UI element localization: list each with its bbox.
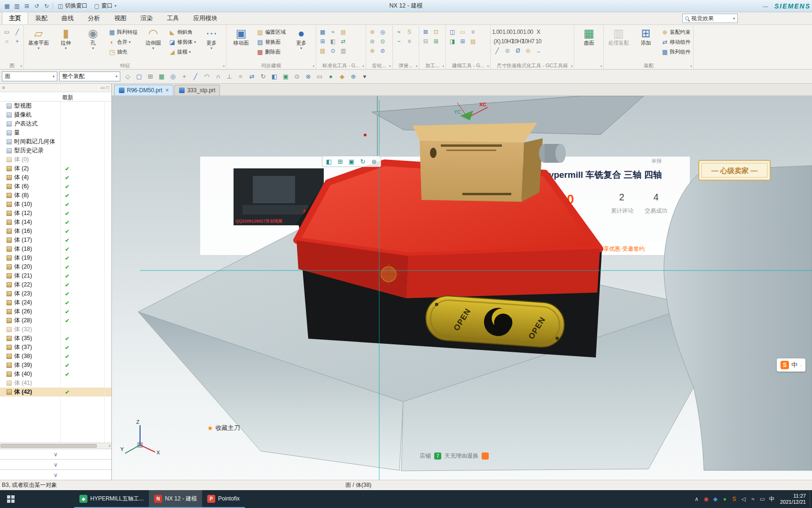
selection-tool-icon[interactable]: ⊗ [303,71,314,82]
ad-report-link[interactable]: 举报 [651,158,662,164]
ribbon-button[interactable]: ~ ▾ [394,37,404,46]
selection-tool-icon[interactable]: ⊙ [291,71,303,82]
ribbon-button[interactable]: ≈ ▾ [328,27,338,36]
navigator-column-header[interactable]: 最新 [0,92,111,102]
tray-icon[interactable]: S [730,493,739,505]
ribbon-button[interactable]: ▥ 处理装配 ▾ [605,26,632,47]
ribbon-button[interactable]: ▱ 基准平面 ▾ [25,26,52,50]
tray-icon[interactable]: ● [720,493,729,505]
ribbon-button[interactable]: ◣ 倒斜角 ▾ [167,27,197,37]
navigator-row[interactable]: 体 (32) ✔ [0,325,111,334]
ribbon-button[interactable]: ⊙ ▾ [378,37,388,46]
details-section-collapsed[interactable]: ∨ [0,459,111,469]
navigator-row[interactable]: 体 (38) ✔ [0,352,111,361]
check-icon[interactable]: ✔ [65,237,70,244]
selection-tool-icon[interactable]: ▾ [359,71,370,82]
navigator-row[interactable]: 体 (2) ✔ [0,164,111,173]
check-icon[interactable]: ✔ [65,282,70,288]
check-icon[interactable]: ✔ [65,264,70,270]
selection-tool-icon[interactable]: ◎ [167,71,179,82]
quick-access-icon[interactable]: ▦ [2,2,12,10]
quick-access-icon[interactable]: ▥ [12,2,22,10]
navigator-row[interactable]: 体 (23) ✔ [0,289,111,298]
selection-tool-icon[interactable]: ◇ [122,71,133,82]
selection-tool-icon[interactable]: ↻ [258,71,269,82]
ribbon-button[interactable]: ◎ ▾ [378,27,388,36]
navigator-row[interactable]: 体 (19) ✔ [0,254,111,262]
navigator-row[interactable]: 体 (24) ✔ [0,298,111,307]
ribbon-button[interactable]: 10H7 ▾ [513,37,523,46]
group-launcher-icon[interactable]: ▾ [601,64,602,68]
tray-icon[interactable]: ≈ [749,493,757,505]
navigator-row[interactable]: 体 (12) ✔ [0,209,111,218]
ribbon-button[interactable]: ⊟ ▾ [421,37,430,46]
navigator-row[interactable]: 体 (26) ✔ [0,307,111,316]
check-icon[interactable]: ✔ [65,291,70,297]
ribbon-button[interactable]: ▭ ▾ [2,27,12,36]
tan-part-top-face[interactable] [413,123,537,143]
ribbon-tab[interactable]: 分析 [81,12,107,24]
ribbon-button[interactable]: ⊞ ▾ [318,37,328,46]
check-icon[interactable]: ✔ [65,201,70,208]
navigator-row[interactable]: 体 (22) ✔ [0,280,111,289]
ribbon-button[interactable]: ◪ 修剪体 ▾ [167,37,197,47]
quick-access-icon[interactable]: ↺ [32,2,41,10]
navigator-row[interactable]: 体 (28) ✔ [0,316,111,325]
ribbon-tab[interactable]: 主页 [2,12,28,24]
navigator-row[interactable]: 量 ✔ [0,128,111,137]
ribbon-button[interactable]: ⊡ ▾ [431,27,441,36]
quick-access-icon[interactable]: ↻ [42,2,51,10]
viewport-canvas[interactable]: QQ2208129927原创视频 Ma 轴 hypermill 车铣复合 三轴 … [112,96,812,480]
favorite-row[interactable]: ★ 收藏主刀 [207,424,240,432]
group-launcher-icon[interactable]: ▾ [487,64,489,68]
ribbon-button[interactable]: ▦ 曲面 ▾ [576,26,602,47]
ribbon-tab[interactable]: 视图 [107,12,133,24]
ribbon-button[interactable]: ▭ ▾ [458,27,468,36]
check-icon[interactable]: ✔ [65,192,70,199]
ribbon-button[interactable]: ◠ 边倒圆 ▾ [140,26,166,50]
quick-access-icon[interactable]: ⊞ [22,2,31,10]
ribbon-button[interactable]: ⊘ ▾ [502,46,512,55]
check-icon[interactable]: ✔ [65,246,70,253]
ribbon-button[interactable]: ▨ 替换面 ▾ [255,37,287,47]
selection-tool-icon[interactable]: ╱ [190,71,201,82]
command-finder[interactable]: ▾ [682,14,738,23]
group-launcher-icon[interactable]: ▾ [690,64,692,68]
check-icon[interactable]: ✔ [65,353,70,360]
group-launcher-icon[interactable]: ▾ [223,64,225,68]
start-button[interactable] [0,490,22,508]
navigator-row[interactable]: 体 (14) ✔ [0,218,111,227]
view-tool-icon[interactable]: ◧ [324,157,334,166]
selection-tool-icon[interactable]: ● [325,71,336,82]
check-icon[interactable]: ✔ [65,335,70,342]
ribbon-button[interactable]: (X) ▾ [492,37,502,46]
navigator-row[interactable]: 体 (17) ✔ [0,236,111,245]
ribbon-tab[interactable]: 工具 [160,12,186,24]
close-icon[interactable]: × [165,87,169,94]
check-icon[interactable]: ✔ [65,210,70,217]
selection-tool-icon[interactable]: ⊥ [224,71,235,82]
ribbon-button[interactable]: 1.00 ▾ [523,27,533,36]
selection-tool-icon[interactable]: ▦ [156,71,167,82]
ribbon-button[interactable]: ▤ ▾ [468,37,478,46]
selection-tool-icon[interactable]: ▣ [280,71,291,82]
ribbon-button[interactable]: ○ ▾ [2,37,12,46]
ribbon-tab[interactable]: 装配 [28,12,55,24]
group-launcher-icon[interactable]: ▾ [443,64,445,68]
navigator-row[interactable]: 体 (41) ✔ [0,379,111,388]
preview-section-collapsed[interactable]: ∨ [0,469,111,480]
ribbon-button[interactable]: ▤ ▾ [338,27,348,36]
dependencies-section-collapsed[interactable]: ∨ [0,449,111,459]
selection-tool-icon[interactable]: ⊞ [145,71,156,82]
navigator-row[interactable]: 体 (40) ✔ [0,370,111,379]
check-icon[interactable]: ✔ [65,389,70,396]
ribbon-button[interactable]: + ▾ [12,37,22,46]
ribbon-button[interactable]: ⊚ ▾ [367,37,377,46]
ribbon-button[interactable]: Ø ▾ [513,46,523,55]
navigator-row[interactable]: 体 (6) ✔ [0,182,111,191]
ribbon-button[interactable]: ⊠ ▾ [421,27,430,36]
navigator-row[interactable]: 户表达式 ✔ [0,119,111,128]
ribbon-button[interactable]: ● 更多 ▾ [288,26,314,50]
ribbon-button[interactable]: ≡ ▾ [468,27,478,36]
ribbon-button[interactable]: ⊞ 添加 ▾ [632,26,659,47]
